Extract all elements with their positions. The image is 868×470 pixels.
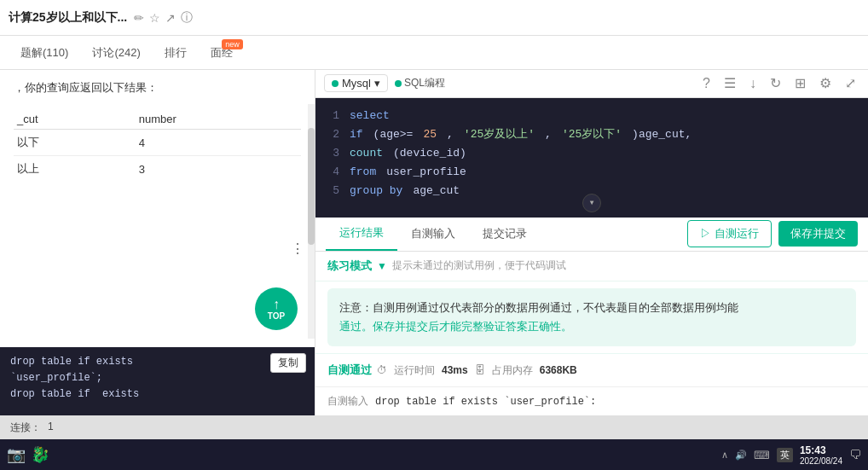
new-badge: new bbox=[222, 39, 243, 49]
sql-dot bbox=[395, 80, 402, 87]
bottom-code-section: drop table if exists `user_profile`; dro… bbox=[0, 347, 315, 415]
right-toolbar: Mysql ▾ SQL编程 ? ☰ ↓ ↻ ⊞ ⚙ ⤢ bbox=[315, 70, 868, 98]
keyboard-icon[interactable]: ⌨ bbox=[754, 449, 770, 461]
col-cut: _cut bbox=[14, 109, 136, 130]
input-label: 自测输入 bbox=[327, 394, 368, 409]
line-num-1: 1 bbox=[329, 107, 339, 125]
code-line-2: `user_profile`; bbox=[10, 370, 304, 386]
tab-solutions[interactable]: 题解(110) bbox=[9, 36, 80, 70]
row2-cut: 以上 bbox=[14, 156, 136, 183]
pass-status-bar: 自测通过 ⏱ 运行时间 43ms 🗄 占用内存 6368KB bbox=[315, 353, 868, 386]
status-detail: ⏱ 运行时间 43ms 🗄 占用内存 6368KB bbox=[377, 363, 577, 378]
time-icon: ⏱ bbox=[377, 364, 387, 376]
editor-expand-button[interactable]: ▾ bbox=[582, 194, 601, 212]
taskbar-arrow-icon[interactable]: ∧ bbox=[721, 450, 728, 461]
tab-discussion[interactable]: 讨论(242) bbox=[80, 36, 152, 70]
sql-label: SQL编程 bbox=[404, 76, 445, 90]
arrow-up-icon: ↑ bbox=[273, 298, 280, 311]
info-icon[interactable]: ⓘ bbox=[181, 10, 193, 26]
expand-icon[interactable]: ⤢ bbox=[842, 73, 859, 93]
result-table: _cut number 以下 4 以上 3 bbox=[14, 109, 301, 182]
taskbar-app2-icon[interactable]: 🐉 bbox=[31, 445, 49, 464]
edit-icon[interactable]: ✏ bbox=[134, 11, 144, 25]
left-scrollbar-thumb[interactable] bbox=[308, 128, 315, 246]
settings-icon[interactable]: ⚙ bbox=[816, 73, 835, 93]
practice-dropdown-icon[interactable]: ▼ bbox=[377, 260, 387, 272]
table-row: 以下 4 bbox=[14, 130, 301, 156]
tab-ranking[interactable]: 排行 bbox=[153, 36, 199, 70]
tab-interview[interactable]: 面经 new bbox=[199, 36, 245, 70]
taskbar-datetime: 15:43 2022/08/24 bbox=[800, 444, 842, 466]
share-icon[interactable]: ↗ bbox=[165, 11, 176, 25]
tab-submit-history[interactable]: 提交记录 bbox=[469, 217, 541, 251]
db-status-dot bbox=[332, 80, 339, 87]
run-button[interactable]: ▷ 自测运行 bbox=[687, 220, 772, 247]
taskbar-app1-icon[interactable]: 📷 bbox=[7, 445, 26, 464]
top-button[interactable]: ↑ TOP bbox=[255, 287, 298, 330]
lang-indicator[interactable]: 英 bbox=[777, 448, 793, 462]
more-options-icon[interactable]: ⋮ bbox=[291, 241, 304, 257]
download-icon[interactable]: ↓ bbox=[746, 74, 760, 93]
keyword-if: if bbox=[350, 125, 363, 144]
row2-number: 3 bbox=[136, 156, 301, 183]
status-left: 连接： 1 bbox=[10, 421, 54, 435]
row1-number: 4 bbox=[136, 130, 301, 156]
notice-text-2: 通过。保存并提交后才能完整验证答案正确性。 bbox=[339, 320, 572, 333]
tab-bar: 题解(110) 讨论(242) 排行 面经 new bbox=[0, 36, 868, 70]
tab-test-input[interactable]: 自测输入 bbox=[397, 217, 469, 251]
layout-icon[interactable]: ⊞ bbox=[791, 73, 809, 93]
copy-button[interactable]: 复制 bbox=[270, 353, 306, 373]
top-bar-title: 计算25岁以上和以下... bbox=[9, 10, 127, 26]
help-icon[interactable]: ? bbox=[699, 74, 714, 93]
table-row: 以上 3 bbox=[14, 156, 301, 183]
line-num-4: 4 bbox=[329, 163, 339, 182]
taskbar-notification-icon[interactable]: 🗨 bbox=[849, 448, 861, 461]
db-dropdown-icon: ▾ bbox=[374, 77, 380, 90]
code-editor-line-1: 1 select bbox=[329, 107, 854, 125]
taskbar-right: ∧ 🔊 ⌨ 英 15:43 2022/08/24 🗨 bbox=[721, 444, 861, 466]
db-name: Mysql bbox=[342, 77, 371, 90]
num-25: 25 bbox=[423, 125, 437, 144]
time-value: 43ms bbox=[442, 364, 468, 376]
list-icon[interactable]: ☰ bbox=[720, 73, 739, 93]
notice-text-1: 注意：自测用例通过仅代表部分的数据用例通过，不代表题目的全部数据用例均能 bbox=[339, 301, 738, 314]
input-row: 自测输入 drop table if exists `user_profile`… bbox=[315, 386, 868, 415]
left-scrollbar-track[interactable] bbox=[308, 104, 315, 339]
line-num-5: 5 bbox=[329, 182, 339, 200]
practice-description: 提示未通过的测试用例，便于代码调试 bbox=[392, 258, 566, 273]
keyword-from: from bbox=[350, 163, 376, 182]
mem-icon: 🗄 bbox=[475, 364, 485, 376]
left-panel: ，你的查询应返回以下结果： _cut number 以下 4 以上 3 bbox=[0, 70, 315, 415]
notice-box: 注意：自测用例通过仅代表部分的数据用例通过，不代表题目的全部数据用例均能 通过。… bbox=[327, 288, 856, 346]
line-num-3: 3 bbox=[329, 144, 339, 163]
keyword-group: group by bbox=[350, 182, 402, 200]
taskbar-left: 📷 🐉 bbox=[7, 445, 49, 464]
volume-icon[interactable]: 🔊 bbox=[735, 450, 747, 461]
practice-label: 练习模式 bbox=[327, 258, 372, 274]
sql-tag: SQL编程 bbox=[395, 76, 445, 90]
db-selector[interactable]: Mysql ▾ bbox=[324, 74, 388, 92]
star-icon[interactable]: ☆ bbox=[149, 11, 160, 25]
right-panel: Mysql ▾ SQL编程 ? ☰ ↓ ↻ ⊞ ⚙ ⤢ 1 select 2 bbox=[315, 70, 868, 415]
taskbar-time: 15:43 bbox=[800, 444, 842, 456]
code-line-3: drop table if exists bbox=[10, 386, 304, 403]
str-below: '25岁以下' bbox=[562, 125, 622, 144]
code-editor-line-2: 2 if(age>=25,'25岁及以上','25岁以下')age_cut, bbox=[329, 125, 854, 144]
line-num-2: 2 bbox=[329, 125, 339, 144]
col-number: number bbox=[136, 109, 301, 130]
taskbar: 📷 🐉 ∧ 🔊 ⌨ 英 15:43 2022/08/24 🗨 bbox=[0, 439, 868, 470]
code-editor[interactable]: 1 select 2 if(age>=25,'25岁及以上','25岁以下')a… bbox=[315, 98, 868, 218]
save-button[interactable]: 保存并提交 bbox=[778, 221, 858, 247]
connect-label: 连接： bbox=[10, 421, 41, 435]
taskbar-date: 2022/08/24 bbox=[800, 456, 842, 466]
connect-value: 1 bbox=[48, 421, 54, 435]
row1-cut: 以下 bbox=[14, 130, 136, 156]
pass-label: 自测通过 bbox=[327, 363, 372, 378]
input-value: drop table if exists `user_profile`: bbox=[375, 396, 596, 408]
tab-run-result[interactable]: 运行结果 bbox=[326, 217, 397, 251]
result-tabs: 运行结果 自测输入 提交记录 ▷ 自测运行 保存并提交 bbox=[315, 218, 868, 252]
time-label: 运行时间 bbox=[394, 363, 435, 378]
practice-mode-bar: 练习模式 ▼ 提示未通过的测试用例，便于代码调试 bbox=[315, 252, 868, 281]
top-bar: 计算25岁以上和以下... ✏ ☆ ↗ ⓘ bbox=[0, 0, 868, 36]
refresh-icon[interactable]: ↻ bbox=[767, 73, 784, 93]
